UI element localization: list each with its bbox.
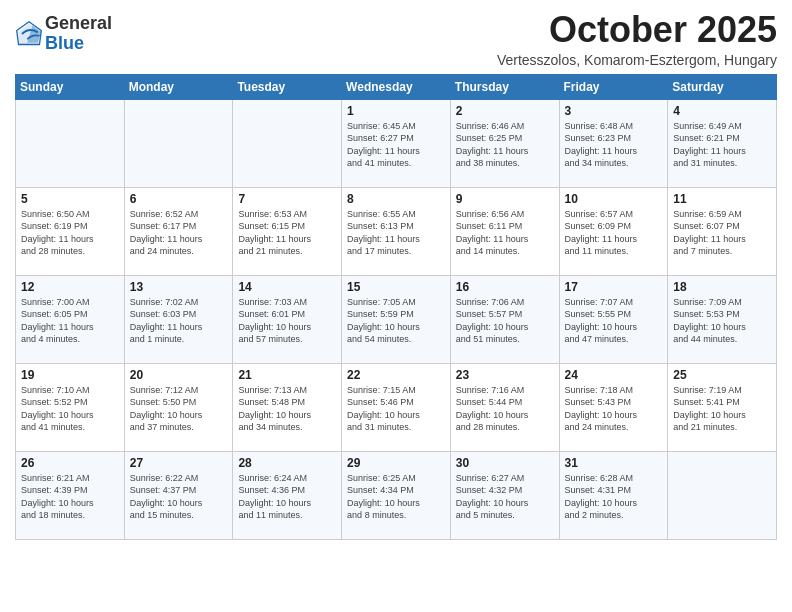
calendar-cell: 26Sunrise: 6:21 AM Sunset: 4:39 PM Dayli… <box>16 451 125 539</box>
calendar-cell: 9Sunrise: 6:56 AM Sunset: 6:11 PM Daylig… <box>450 187 559 275</box>
day-info: Sunrise: 6:28 AM Sunset: 4:31 PM Dayligh… <box>565 472 663 522</box>
day-number: 7 <box>238 192 336 206</box>
day-number: 19 <box>21 368 119 382</box>
day-info: Sunrise: 6:48 AM Sunset: 6:23 PM Dayligh… <box>565 120 663 170</box>
day-number: 15 <box>347 280 445 294</box>
day-number: 3 <box>565 104 663 118</box>
calendar-table: SundayMondayTuesdayWednesdayThursdayFrid… <box>15 74 777 540</box>
calendar-cell: 4Sunrise: 6:49 AM Sunset: 6:21 PM Daylig… <box>668 99 777 187</box>
day-number: 8 <box>347 192 445 206</box>
day-info: Sunrise: 7:13 AM Sunset: 5:48 PM Dayligh… <box>238 384 336 434</box>
col-header-saturday: Saturday <box>668 74 777 99</box>
calendar-cell: 10Sunrise: 6:57 AM Sunset: 6:09 PM Dayli… <box>559 187 668 275</box>
day-info: Sunrise: 6:56 AM Sunset: 6:11 PM Dayligh… <box>456 208 554 258</box>
col-header-wednesday: Wednesday <box>342 74 451 99</box>
calendar-cell: 15Sunrise: 7:05 AM Sunset: 5:59 PM Dayli… <box>342 275 451 363</box>
day-info: Sunrise: 6:46 AM Sunset: 6:25 PM Dayligh… <box>456 120 554 170</box>
day-number: 16 <box>456 280 554 294</box>
day-number: 10 <box>565 192 663 206</box>
day-number: 31 <box>565 456 663 470</box>
day-number: 5 <box>21 192 119 206</box>
day-number: 25 <box>673 368 771 382</box>
calendar-cell: 2Sunrise: 6:46 AM Sunset: 6:25 PM Daylig… <box>450 99 559 187</box>
day-info: Sunrise: 6:25 AM Sunset: 4:34 PM Dayligh… <box>347 472 445 522</box>
day-info: Sunrise: 7:06 AM Sunset: 5:57 PM Dayligh… <box>456 296 554 346</box>
day-info: Sunrise: 6:57 AM Sunset: 6:09 PM Dayligh… <box>565 208 663 258</box>
calendar-cell <box>668 451 777 539</box>
calendar-cell <box>16 99 125 187</box>
logo-general-label: General <box>45 14 112 34</box>
calendar-cell: 23Sunrise: 7:16 AM Sunset: 5:44 PM Dayli… <box>450 363 559 451</box>
day-number: 24 <box>565 368 663 382</box>
day-info: Sunrise: 7:10 AM Sunset: 5:52 PM Dayligh… <box>21 384 119 434</box>
day-info: Sunrise: 6:52 AM Sunset: 6:17 PM Dayligh… <box>130 208 228 258</box>
day-number: 6 <box>130 192 228 206</box>
day-number: 17 <box>565 280 663 294</box>
week-row-3: 12Sunrise: 7:00 AM Sunset: 6:05 PM Dayli… <box>16 275 777 363</box>
calendar-cell: 13Sunrise: 7:02 AM Sunset: 6:03 PM Dayli… <box>124 275 233 363</box>
calendar-cell: 28Sunrise: 6:24 AM Sunset: 4:36 PM Dayli… <box>233 451 342 539</box>
page-header: General Blue October 2025 Vertesszolos, … <box>15 10 777 68</box>
day-info: Sunrise: 6:53 AM Sunset: 6:15 PM Dayligh… <box>238 208 336 258</box>
day-info: Sunrise: 7:16 AM Sunset: 5:44 PM Dayligh… <box>456 384 554 434</box>
day-info: Sunrise: 6:22 AM Sunset: 4:37 PM Dayligh… <box>130 472 228 522</box>
col-header-thursday: Thursday <box>450 74 559 99</box>
col-header-friday: Friday <box>559 74 668 99</box>
day-number: 27 <box>130 456 228 470</box>
calendar-cell: 21Sunrise: 7:13 AM Sunset: 5:48 PM Dayli… <box>233 363 342 451</box>
day-number: 26 <box>21 456 119 470</box>
day-number: 30 <box>456 456 554 470</box>
day-info: Sunrise: 7:09 AM Sunset: 5:53 PM Dayligh… <box>673 296 771 346</box>
day-info: Sunrise: 6:49 AM Sunset: 6:21 PM Dayligh… <box>673 120 771 170</box>
calendar-cell: 24Sunrise: 7:18 AM Sunset: 5:43 PM Dayli… <box>559 363 668 451</box>
col-header-tuesday: Tuesday <box>233 74 342 99</box>
calendar-cell: 16Sunrise: 7:06 AM Sunset: 5:57 PM Dayli… <box>450 275 559 363</box>
calendar-cell: 8Sunrise: 6:55 AM Sunset: 6:13 PM Daylig… <box>342 187 451 275</box>
week-row-1: 1Sunrise: 6:45 AM Sunset: 6:27 PM Daylig… <box>16 99 777 187</box>
day-info: Sunrise: 6:21 AM Sunset: 4:39 PM Dayligh… <box>21 472 119 522</box>
day-number: 28 <box>238 456 336 470</box>
day-info: Sunrise: 7:12 AM Sunset: 5:50 PM Dayligh… <box>130 384 228 434</box>
month-title: October 2025 <box>497 10 777 50</box>
day-info: Sunrise: 6:45 AM Sunset: 6:27 PM Dayligh… <box>347 120 445 170</box>
day-info: Sunrise: 7:07 AM Sunset: 5:55 PM Dayligh… <box>565 296 663 346</box>
day-info: Sunrise: 6:50 AM Sunset: 6:19 PM Dayligh… <box>21 208 119 258</box>
day-number: 20 <box>130 368 228 382</box>
day-number: 4 <box>673 104 771 118</box>
location-subtitle: Vertesszolos, Komarom-Esztergom, Hungary <box>497 52 777 68</box>
logo: General Blue <box>15 14 112 54</box>
calendar-cell: 17Sunrise: 7:07 AM Sunset: 5:55 PM Dayli… <box>559 275 668 363</box>
calendar-cell: 6Sunrise: 6:52 AM Sunset: 6:17 PM Daylig… <box>124 187 233 275</box>
calendar-cell: 1Sunrise: 6:45 AM Sunset: 6:27 PM Daylig… <box>342 99 451 187</box>
calendar-cell: 18Sunrise: 7:09 AM Sunset: 5:53 PM Dayli… <box>668 275 777 363</box>
header-row: SundayMondayTuesdayWednesdayThursdayFrid… <box>16 74 777 99</box>
col-header-sunday: Sunday <box>16 74 125 99</box>
title-block: October 2025 Vertesszolos, Komarom-Eszte… <box>497 10 777 68</box>
day-info: Sunrise: 7:05 AM Sunset: 5:59 PM Dayligh… <box>347 296 445 346</box>
calendar-cell: 27Sunrise: 6:22 AM Sunset: 4:37 PM Dayli… <box>124 451 233 539</box>
day-info: Sunrise: 7:03 AM Sunset: 6:01 PM Dayligh… <box>238 296 336 346</box>
calendar-cell: 19Sunrise: 7:10 AM Sunset: 5:52 PM Dayli… <box>16 363 125 451</box>
calendar-cell: 30Sunrise: 6:27 AM Sunset: 4:32 PM Dayli… <box>450 451 559 539</box>
calendar-cell: 3Sunrise: 6:48 AM Sunset: 6:23 PM Daylig… <box>559 99 668 187</box>
calendar-cell: 5Sunrise: 6:50 AM Sunset: 6:19 PM Daylig… <box>16 187 125 275</box>
day-info: Sunrise: 6:24 AM Sunset: 4:36 PM Dayligh… <box>238 472 336 522</box>
calendar-cell: 31Sunrise: 6:28 AM Sunset: 4:31 PM Dayli… <box>559 451 668 539</box>
day-info: Sunrise: 7:19 AM Sunset: 5:41 PM Dayligh… <box>673 384 771 434</box>
day-number: 12 <box>21 280 119 294</box>
day-info: Sunrise: 7:02 AM Sunset: 6:03 PM Dayligh… <box>130 296 228 346</box>
logo-icon <box>15 20 43 48</box>
calendar-cell <box>124 99 233 187</box>
day-number: 23 <box>456 368 554 382</box>
day-number: 14 <box>238 280 336 294</box>
day-info: Sunrise: 6:27 AM Sunset: 4:32 PM Dayligh… <box>456 472 554 522</box>
calendar-cell: 22Sunrise: 7:15 AM Sunset: 5:46 PM Dayli… <box>342 363 451 451</box>
calendar-cell: 25Sunrise: 7:19 AM Sunset: 5:41 PM Dayli… <box>668 363 777 451</box>
day-number: 18 <box>673 280 771 294</box>
day-info: Sunrise: 6:55 AM Sunset: 6:13 PM Dayligh… <box>347 208 445 258</box>
day-info: Sunrise: 7:00 AM Sunset: 6:05 PM Dayligh… <box>21 296 119 346</box>
week-row-2: 5Sunrise: 6:50 AM Sunset: 6:19 PM Daylig… <box>16 187 777 275</box>
day-info: Sunrise: 7:18 AM Sunset: 5:43 PM Dayligh… <box>565 384 663 434</box>
day-number: 22 <box>347 368 445 382</box>
calendar-cell: 11Sunrise: 6:59 AM Sunset: 6:07 PM Dayli… <box>668 187 777 275</box>
